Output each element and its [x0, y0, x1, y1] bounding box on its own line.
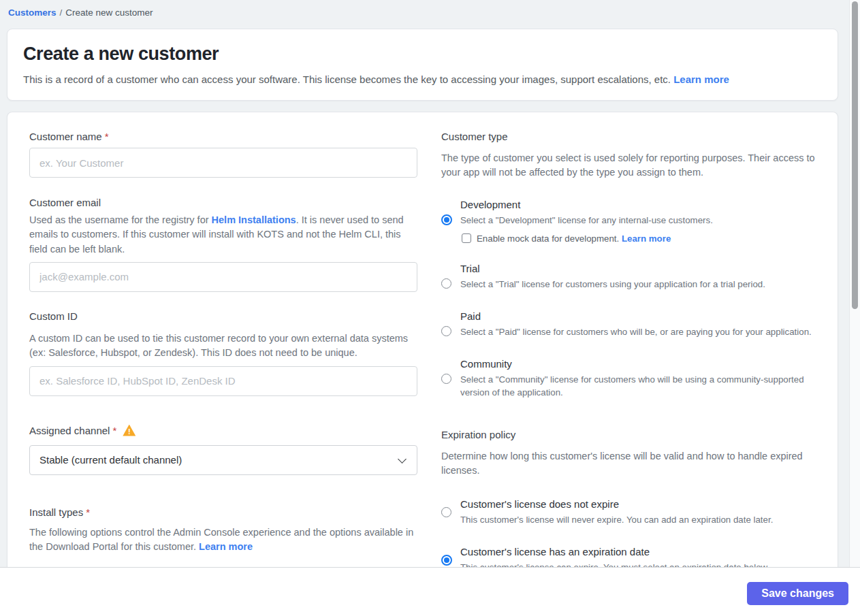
form-left-column: Customer name* Customer email Used as th…	[29, 131, 417, 549]
custom-id-help: A custom ID can be used to tie this cust…	[29, 331, 417, 361]
customer-type-option-paid[interactable]: Paid Select a "Paid" license for custome…	[441, 310, 816, 339]
scrollbar[interactable]	[849, 0, 860, 567]
page-title: Create a new customer	[23, 44, 822, 65]
install-types-help: The following options control the Admin …	[29, 525, 417, 555]
required-asterisk: *	[112, 425, 116, 436]
required-asterisk: *	[105, 131, 109, 142]
community-description: Select a "Community" license for custome…	[460, 374, 816, 400]
has-expiration-description: This customer's license can expire. You …	[460, 562, 816, 567]
customer-type-option-community[interactable]: Community Select a "Community" license f…	[441, 358, 816, 400]
form-right-column: Customer type The type of customer you s…	[441, 131, 816, 549]
development-radio[interactable]	[441, 214, 452, 225]
development-description: Select a "Development" license for any i…	[460, 214, 816, 227]
has-expiration-radio[interactable]	[441, 555, 452, 566]
development-title: Development	[460, 199, 816, 210]
trial-description: Select a "Trial" license for customers u…	[460, 278, 816, 291]
customer-type-description: The type of customer you select is used …	[441, 151, 816, 180]
customer-email-label: Customer email	[29, 197, 417, 208]
customer-email-help: Used as the username for the registry fo…	[29, 213, 417, 257]
mock-data-row: Enable mock data for development. Learn …	[462, 233, 816, 244]
custom-id-label: Custom ID	[29, 310, 417, 322]
customer-email-input[interactable]	[29, 262, 417, 292]
page-subtitle: This is a record of a customer who can a…	[23, 74, 822, 85]
trial-title: Trial	[460, 263, 816, 274]
header-learn-more-link[interactable]: Learn more	[673, 74, 729, 85]
paid-description: Select a "Paid" license for customers wh…	[460, 326, 816, 339]
breadcrumb-customers-link[interactable]: Customers	[8, 7, 57, 18]
page-header-card: Create a new customer This is a record o…	[7, 29, 838, 101]
no-expire-radio[interactable]	[441, 507, 451, 517]
customer-name-label: Customer name*	[29, 131, 417, 142]
expiration-policy-heading: Expiration policy	[441, 429, 816, 440]
expiration-option-no-expire[interactable]: Customer's license does not expire This …	[441, 498, 816, 527]
warning-triangle-icon: !	[123, 425, 136, 436]
community-title: Community	[460, 358, 816, 370]
scrollbar-thumb[interactable]	[852, 1, 858, 309]
install-types-label: Install types*	[29, 506, 417, 518]
trial-radio[interactable]	[441, 278, 451, 289]
expiration-policy-description: Determine how long this customer's licen…	[441, 449, 816, 478]
customer-type-option-trial[interactable]: Trial Select a "Trial" license for custo…	[441, 263, 816, 291]
assigned-channel-select[interactable]: Stable (current default channel)	[29, 445, 417, 475]
assigned-channel-label: Assigned channel* !	[29, 425, 417, 436]
customer-type-option-development[interactable]: Development Select a "Development" licen…	[441, 199, 816, 244]
custom-id-input[interactable]	[29, 366, 417, 396]
customer-type-heading: Customer type	[441, 131, 816, 142]
paid-title: Paid	[460, 310, 816, 322]
helm-installations-link[interactable]: Helm Installations	[212, 214, 296, 225]
install-types-learn-more-link[interactable]: Learn more	[199, 541, 253, 552]
breadcrumb-separator: /	[60, 7, 63, 18]
has-expiration-title: Customer's license has an expiration dat…	[460, 546, 816, 557]
expiration-option-has-expiration[interactable]: Customer's license has an expiration dat…	[441, 546, 816, 567]
no-expire-title: Customer's license does not expire	[460, 498, 816, 510]
footer-save-bar: Save changes	[0, 567, 860, 616]
page-subtitle-text: This is a record of a customer who can a…	[23, 74, 671, 85]
community-radio[interactable]	[441, 374, 451, 384]
save-changes-button[interactable]: Save changes	[747, 582, 848, 605]
no-expire-description: This customer's license will never expir…	[460, 514, 816, 527]
customer-name-input[interactable]	[29, 148, 417, 178]
breadcrumb-current: Create new customer	[65, 7, 153, 18]
breadcrumb: Customers/Create new customer	[0, 0, 860, 18]
customer-form-card: Customer name* Customer email Used as th…	[7, 112, 838, 567]
mock-data-learn-more-link[interactable]: Learn more	[622, 233, 671, 244]
assigned-channel-selected-value: Stable (current default channel)	[39, 454, 182, 466]
mock-data-checkbox[interactable]	[462, 233, 471, 243]
mock-data-label: Enable mock data for development. Learn …	[477, 233, 671, 244]
paid-radio[interactable]	[441, 326, 451, 336]
required-asterisk: *	[86, 506, 90, 518]
